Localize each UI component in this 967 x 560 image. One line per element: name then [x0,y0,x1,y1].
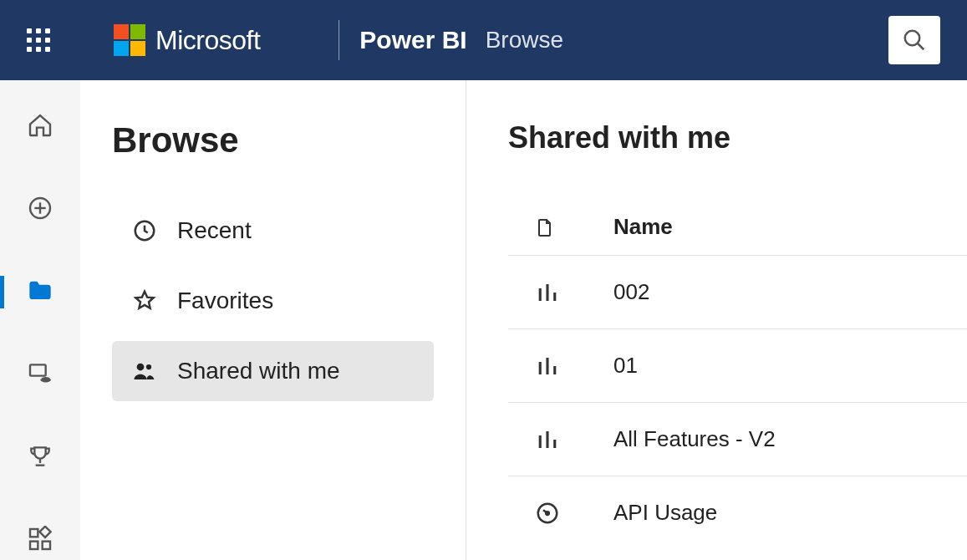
report-icon [535,280,560,305]
table-row[interactable]: API Usage [508,476,967,549]
nav-rail [0,80,80,560]
browse-title: Browse [112,120,434,160]
svg-point-14 [137,364,145,371]
table-row[interactable]: All Features - V2 [508,403,967,476]
row-name: 01 [613,353,638,379]
browse-item-label: Recent [177,217,252,244]
svg-line-1 [918,43,924,50]
row-name: API Usage [613,500,717,526]
nav-create[interactable] [0,190,80,229]
svg-rect-12 [39,526,50,537]
svg-rect-11 [43,541,50,548]
page-title: Shared with me [508,120,967,155]
main-content: Shared with me Name 002 01 All Features … [466,80,967,560]
svg-rect-9 [30,529,38,537]
search-button[interactable] [888,16,940,64]
star-icon [132,288,157,313]
svg-point-0 [905,31,920,46]
dashboard-icon [535,501,560,526]
trophy-icon [27,443,53,473]
svg-point-26 [546,512,549,515]
nav-apps[interactable] [0,521,80,560]
search-icon [902,28,927,53]
nav-home[interactable] [0,107,80,146]
people-icon [132,359,157,384]
app-header: Microsoft Power BI Browse [0,0,967,80]
row-name: 002 [613,279,649,305]
header-divider [338,20,339,60]
microsoft-squares-icon [114,24,145,56]
row-name: All Features - V2 [613,426,776,452]
brand-text: Microsoft [155,25,260,56]
report-icon [535,354,560,379]
svg-point-15 [146,364,151,369]
data-icon [27,360,53,390]
nav-browse[interactable] [0,272,80,312]
report-icon [535,427,560,452]
table-row[interactable]: 002 [508,256,967,329]
clock-icon [132,218,157,243]
table-row[interactable]: 01 [508,329,967,403]
app-name: Power BI [359,26,466,54]
file-icon [535,216,555,239]
apps-icon [27,526,53,556]
browse-item-label: Shared with me [177,358,340,384]
browse-panel: Browse Recent Favorites Shared with me [80,80,466,560]
breadcrumb: Browse [486,27,563,53]
svg-rect-10 [30,541,38,548]
nav-data[interactable] [0,355,80,395]
svg-rect-5 [30,364,46,375]
home-icon [27,112,53,142]
microsoft-logo[interactable]: Microsoft [114,24,260,56]
column-header-name[interactable]: Name [613,214,673,240]
browse-item-recent[interactable]: Recent [112,201,434,261]
nav-metrics[interactable] [0,438,80,477]
browse-item-favorites[interactable]: Favorites [112,271,434,331]
folder-icon [27,277,53,308]
plus-circle-icon [27,195,53,225]
browse-item-label: Favorites [177,288,273,314]
table-header-row: Name [508,199,967,256]
browse-item-shared[interactable]: Shared with me [112,341,434,401]
app-launcher-icon[interactable] [27,28,50,52]
